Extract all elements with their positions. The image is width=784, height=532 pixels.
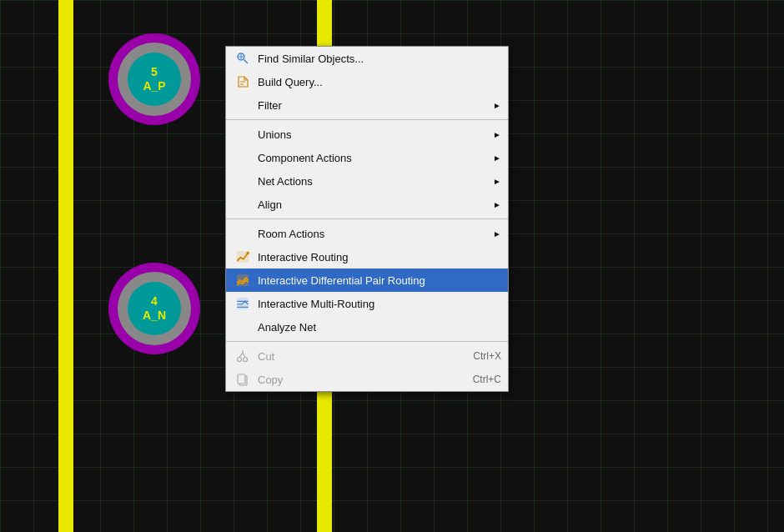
interactive-routing-label: Interactive Routing (258, 251, 501, 263)
copy-label: Copy (258, 374, 456, 386)
pad-bottom-middle: 4A_N (118, 272, 191, 345)
pcb-canvas: 5A_P 4A_N Find Similar Objects... (0, 0, 784, 532)
context-menu: Find Similar Objects... Build Query... F… (225, 46, 509, 392)
cut-label: Cut (258, 350, 456, 363)
menu-item-room-actions[interactable]: Room Actions ► (226, 222, 508, 245)
menu-item-copy[interactable]: Copy Ctrl+C (226, 368, 508, 391)
svg-line-1 (244, 60, 249, 64)
room-actions-submenu-arrow: ► (493, 229, 501, 238)
menu-item-net-actions[interactable]: Net Actions ► (226, 169, 508, 193)
interactive-multi-label: Interactive Multi-Routing (258, 298, 501, 310)
svg-point-7 (246, 252, 249, 255)
menu-item-align[interactable]: Align ► (226, 193, 508, 216)
menu-item-find-similar[interactable]: Find Similar Objects... (226, 47, 508, 70)
component-actions-label: Component Actions (258, 152, 486, 164)
yellow-bar-left (58, 0, 73, 532)
menu-item-build-query[interactable]: Build Query... (226, 70, 508, 93)
pad-top-label: 5A_P (143, 65, 165, 93)
unions-label: Unions (258, 128, 486, 141)
menu-item-unions[interactable]: Unions ► (226, 123, 508, 146)
divider-2 (226, 218, 508, 219)
divider-3 (226, 341, 508, 342)
copy-shortcut: Ctrl+C (473, 374, 501, 385)
filter-label: Filter (258, 99, 486, 112)
analyze-net-label: Analyze Net (258, 321, 501, 334)
pad-bottom-center: 4A_N (128, 282, 181, 335)
pad-bottom-label: 4A_N (143, 294, 166, 323)
svg-line-12 (239, 353, 243, 358)
unions-submenu-arrow: ► (493, 130, 501, 139)
svg-point-10 (238, 358, 242, 362)
svg-rect-16 (238, 374, 245, 384)
find-similar-label: Find Similar Objects... (258, 53, 501, 65)
menu-item-component-actions[interactable]: Component Actions ► (226, 146, 508, 169)
find-icon (231, 50, 254, 67)
diff-pair-icon (231, 272, 254, 289)
filter-submenu-arrow: ► (493, 101, 501, 110)
net-actions-icon-area (231, 173, 254, 189)
multi-routing-icon (231, 295, 254, 312)
net-actions-label: Net Actions (258, 175, 486, 188)
pad-top-center: 5A_P (128, 53, 181, 106)
menu-item-interactive-multi[interactable]: Interactive Multi-Routing (226, 292, 508, 315)
net-actions-submenu-arrow: ► (493, 177, 501, 186)
align-icon-area (231, 196, 254, 213)
room-actions-label: Room Actions (258, 228, 486, 240)
svg-line-13 (243, 353, 245, 358)
menu-item-interactive-routing[interactable]: Interactive Routing (226, 245, 508, 269)
copy-icon (231, 371, 254, 388)
routing-icon (231, 248, 254, 265)
menu-item-interactive-diff-pair[interactable]: Interactive Differential Pair Routing (226, 269, 508, 292)
component-actions-submenu-arrow: ► (493, 153, 501, 163)
query-icon (231, 73, 254, 90)
divider-1 (226, 119, 508, 120)
align-submenu-arrow: ► (493, 200, 501, 209)
component-actions-icon-area (231, 149, 254, 166)
menu-item-analyze-net[interactable]: Analyze Net (226, 315, 508, 339)
interactive-diff-pair-label: Interactive Differential Pair Routing (258, 274, 501, 287)
room-actions-icon-area (231, 225, 254, 242)
menu-item-cut[interactable]: Cut Ctrl+X (226, 344, 508, 368)
unions-icon-area (231, 126, 254, 143)
cut-shortcut: Ctrl+X (473, 350, 501, 362)
align-label: Align (258, 198, 486, 211)
cut-icon (231, 348, 254, 364)
build-query-label: Build Query... (258, 76, 501, 88)
pad-bottom-outer: 4A_N (108, 263, 200, 354)
analyze-net-icon-area (231, 319, 254, 335)
pad-top-outer: 5A_P (108, 33, 200, 125)
menu-item-filter[interactable]: Filter ► (226, 93, 508, 117)
filter-icon-area (231, 97, 254, 113)
svg-point-11 (244, 358, 248, 362)
pad-top-middle: 5A_P (118, 43, 191, 116)
